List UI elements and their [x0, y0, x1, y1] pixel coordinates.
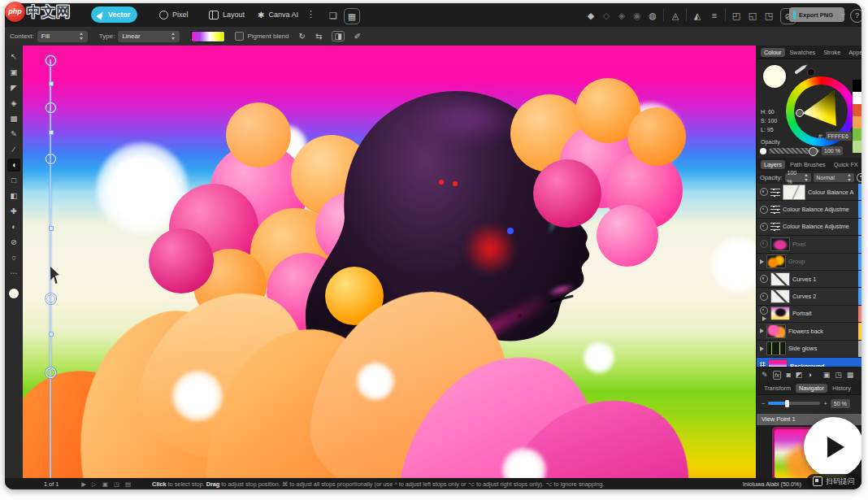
insert-inside-icon[interactable]: ◱: [745, 8, 760, 23]
fill-tool[interactable]: ◐: [7, 220, 20, 233]
edit-mask-icon[interactable]: ✎: [762, 371, 768, 379]
adjustment-layer-icon[interactable]: ◩: [796, 371, 803, 379]
gradient-stop-handle[interactable]: [46, 55, 56, 66]
snapping-icon[interactable]: ◬: [668, 8, 683, 23]
layer-row[interactable]: Colour Balance Adjustme: [757, 219, 861, 236]
hex-input[interactable]: FFFFE6: [826, 132, 852, 141]
boolean-subtract-icon[interactable]: ◇: [599, 8, 614, 23]
boolean-add-icon[interactable]: ◆: [584, 8, 598, 23]
gradient-midpoint-handle[interactable]: [49, 226, 54, 231]
gradient-type-select[interactable]: Linear: [118, 31, 180, 42]
pen-tool[interactable]: ✎: [7, 128, 20, 141]
layer-row[interactable]: Group: [757, 254, 861, 271]
persona-layout-button[interactable]: Layout: [202, 7, 251, 23]
layer-row[interactable]: Portrait: [757, 306, 861, 323]
context-select[interactable]: Fill: [37, 31, 88, 42]
visibility-icon[interactable]: [760, 223, 768, 231]
insert-frame-icon[interactable]: ▦: [344, 8, 360, 24]
tab-navigator[interactable]: Navigator: [796, 384, 827, 393]
insert-behind-icon[interactable]: ◰: [729, 8, 744, 23]
artboard-tool[interactable]: ▣: [7, 66, 20, 79]
gradient-midpoint-handle[interactable]: [49, 81, 54, 86]
layer-effects-icon[interactable]: fx: [773, 371, 782, 380]
layer-row[interactable]: Curves 1: [757, 271, 861, 288]
tab-history[interactable]: History: [829, 384, 854, 393]
visibility-icon[interactable]: [760, 188, 768, 196]
layer-row[interactable]: Colour Balance A: [757, 184, 861, 201]
visibility-icon[interactable]: [760, 307, 768, 315]
place-image-icon[interactable]: ❏: [326, 8, 341, 23]
expand-arrow-icon[interactable]: [760, 346, 764, 351]
move-tool[interactable]: ↖: [7, 50, 20, 63]
gradient-midpoint-handle[interactable]: [49, 332, 54, 337]
export-png-button[interactable]: Export PNG: [789, 7, 844, 22]
swatch[interactable]: [853, 116, 861, 128]
triangle-handle[interactable]: [796, 109, 804, 117]
swatch[interactable]: [853, 104, 861, 116]
gradient-stop-handle[interactable]: [46, 102, 56, 113]
tab-colour[interactable]: Colour: [761, 48, 785, 57]
persona-canva-ai-button[interactable]: ✱ Canva AI: [251, 7, 305, 23]
tab-path-brushes[interactable]: Path Brushes: [787, 160, 829, 169]
play-preview-icon[interactable]: ▶: [81, 480, 86, 488]
visibility-icon[interactable]: [760, 275, 768, 283]
help-button[interactable]: ?: [850, 9, 861, 23]
corner-tool[interactable]: ◈: [7, 97, 20, 110]
persona-pixel-button[interactable]: Pixel: [153, 7, 195, 23]
visibility-icon[interactable]: [760, 293, 768, 301]
video-play-button[interactable]: [804, 417, 861, 477]
tab-appearance[interactable]: Appearance: [845, 48, 861, 57]
swatch[interactable]: [853, 92, 861, 104]
blend-mode-select[interactable]: Normal: [814, 173, 854, 182]
flip-icon[interactable]: ◭: [690, 8, 705, 23]
next-page-icon[interactable]: ▷: [92, 480, 97, 488]
zoom-in-button[interactable]: +: [823, 400, 827, 407]
duplicate-icon[interactable]: ◳: [114, 480, 119, 488]
chevron-down-icon[interactable]: [840, 14, 845, 17]
layer-row[interactable]: Colour Balance Adjustme: [757, 201, 861, 218]
pencil-tool[interactable]: ∕: [7, 143, 20, 156]
style-picker-tool[interactable]: ⊘: [7, 236, 20, 249]
tab-quick-fx[interactable]: Quick FX: [831, 160, 861, 169]
gradient-stop-handle[interactable]: [46, 293, 56, 304]
persona-overflow-menu-icon[interactable]: ⋮: [306, 9, 315, 20]
edit-all-layers-icon[interactable]: ◳: [762, 8, 776, 23]
current-colour-swatch[interactable]: [763, 65, 786, 88]
pigment-blend-checkbox[interactable]: [235, 32, 244, 41]
swatch[interactable]: [853, 80, 861, 92]
tab-transform[interactable]: Transform: [761, 384, 794, 393]
expand-arrow-icon[interactable]: [760, 328, 764, 333]
live-filter-icon[interactable]: ◑: [807, 371, 811, 379]
opacity-slider[interactable]: [769, 148, 819, 154]
persona-vector-button[interactable]: Vector: [91, 7, 137, 23]
layers-opacity-select[interactable]: 100 %: [785, 173, 812, 182]
navigator-preview[interactable]: [757, 425, 861, 478]
gradient-preview-swatch[interactable]: [191, 31, 225, 42]
expand-arrow-icon[interactable]: [760, 259, 764, 264]
gradient-midpoint-handle[interactable]: [49, 130, 54, 135]
layer-row[interactable]: Side glows: [757, 341, 861, 358]
gradient-stop-handle[interactable]: [46, 154, 56, 164]
node-tool[interactable]: ◤: [7, 81, 20, 94]
zoom-slider[interactable]: [768, 402, 820, 405]
expand-arrow-icon[interactable]: [762, 316, 766, 321]
document-canvas[interactable]: [23, 46, 756, 478]
zoom-value[interactable]: 50 %: [831, 399, 850, 408]
tab-swatches[interactable]: Swatches: [787, 48, 819, 57]
swatch[interactable]: [853, 141, 861, 153]
delete-layer-icon[interactable]: ▦: [847, 371, 854, 379]
tab-stroke[interactable]: Stroke: [820, 48, 844, 57]
layer-row[interactable]: Flowers back: [757, 323, 861, 340]
boolean-divide-icon[interactable]: ◉: [630, 8, 644, 23]
swatch[interactable]: [853, 128, 861, 141]
sample-colour-icon[interactable]: ✐: [354, 32, 361, 41]
visibility-icon[interactable]: [760, 240, 768, 248]
mask-layer-icon[interactable]: ◙: [786, 371, 790, 379]
crop-tool[interactable]: ✚: [7, 205, 20, 218]
layer-row[interactable]: Curves 2: [757, 288, 861, 305]
current-colour-indicator[interactable]: [9, 289, 19, 298]
zoom-slider-knob[interactable]: [785, 400, 789, 407]
rectangle-tool[interactable]: □: [7, 174, 20, 187]
rotate-gradient-icon[interactable]: ↻: [299, 32, 306, 41]
vector-brush-tool[interactable]: ◖: [7, 159, 20, 172]
